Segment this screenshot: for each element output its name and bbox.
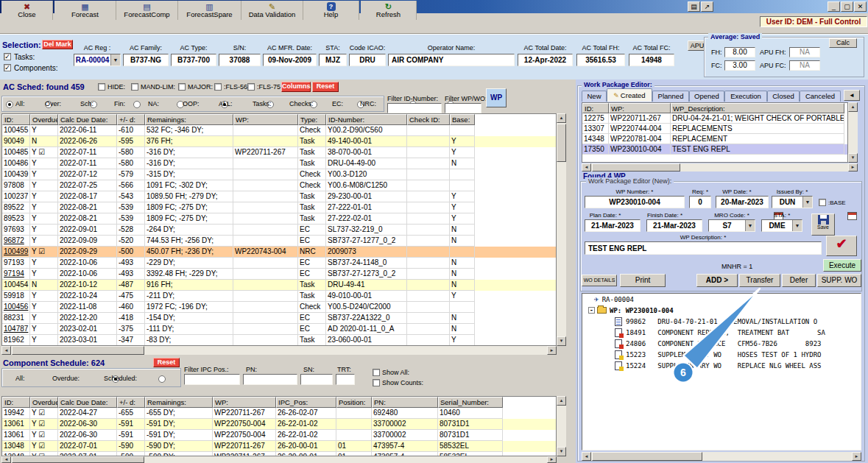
column-header[interactable]: Overdue: [30, 397, 58, 408]
table-row[interactable]: 13061Y ☑2022-06-30-591-591 DY;WP220750-0… [2, 430, 556, 441]
column-header[interactable]: Type: [298, 114, 326, 125]
table-row[interactable]: 88231Y2022-12-20-418-154 DY;ECSB737-22A1… [2, 313, 556, 324]
forecastspare-button[interactable]: ▥ ForecastSpare [178, 1, 241, 20]
maximize-button[interactable]: ▢ [841, 1, 853, 12]
reset-ac-button[interactable]: Reset [312, 82, 339, 92]
titlebar-tool-button-1[interactable]: ▤ [688, 1, 700, 12]
scroll-thumb[interactable] [12, 456, 144, 463]
table-row[interactable]: 90049N2022-06-26-595376 FH;Task49-140-00… [2, 136, 556, 147]
column-header[interactable]: ID: [582, 103, 609, 113]
calc-button[interactable]: Calc [829, 38, 857, 48]
table-row[interactable]: 100454N2022-10-12-487916 FH;TaskDRU-49-4… [2, 280, 556, 291]
columns-button[interactable]: Columns [281, 82, 311, 92]
column-header[interactable]: Base: [450, 114, 475, 125]
table-row[interactable]: 96872Y2022-09-09-520744.53 FH; -256 DY;E… [2, 236, 556, 247]
table-row[interactable]: 100486Y2022-07-11-580-316 DY;TaskDRU-04-… [2, 158, 556, 169]
reset-component-button[interactable]: Reset [153, 358, 180, 367]
tab-opened[interactable]: Opened [689, 91, 724, 102]
wp-button[interactable]: WP [486, 88, 507, 107]
tab-canceled[interactable]: Canceled [800, 91, 841, 102]
tab-closed[interactable]: Closed [767, 91, 800, 102]
scroll-thumb[interactable] [12, 346, 144, 355]
dropdown-arrow-icon[interactable]: ▼ [745, 220, 755, 231]
column-header[interactable]: Remainings: [145, 114, 233, 125]
column-header[interactable]: WP: [213, 397, 276, 408]
table-row[interactable]: 81962Y2023-03-01-347-83 DY;Task23-060-00… [2, 335, 556, 346]
panel-collapse-button[interactable]: ◄ [844, 90, 860, 101]
column-header[interactable]: ID-Number: [326, 114, 407, 125]
major-checkbox[interactable] [178, 83, 186, 91]
defer-button[interactable]: Defer [782, 274, 816, 287]
column-header[interactable]: IPC_Pos: [276, 397, 336, 408]
scroll-right-icon[interactable]: ► [852, 452, 861, 461]
column-header[interactable]: +/- d: [117, 114, 145, 125]
wp-list-vscrollbar[interactable]: ▲ ▼ [848, 102, 858, 163]
table-row[interactable]: 97193Y2022-10-06-493-229 DY;ECSB737-24-1… [2, 258, 556, 269]
close-window-button[interactable]: ✕ [854, 1, 867, 12]
scroll-right-icon[interactable]: ► [547, 346, 557, 355]
table-row[interactable]: 13061Y ☑2022-06-30-591-591 DY;WP220750-0… [2, 419, 556, 430]
dropdown-arrow-icon[interactable]: ▼ [792, 220, 802, 231]
column-header[interactable]: WP_Description: [671, 103, 844, 113]
wp-date-field[interactable]: 20-Mar-2023 [716, 196, 769, 208]
table-row[interactable]: 100456Y2022-11-08-4601972 FC; -196 DY;Ch… [2, 302, 556, 313]
dropdown-arrow-icon[interactable]: ▼ [110, 54, 120, 66]
column-header[interactable]: Remainings: [145, 397, 213, 408]
base-checkbox[interactable] [819, 199, 826, 206]
scroll-left-icon[interactable]: ◄ [1, 456, 11, 463]
mand-lim-checkbox[interactable] [131, 83, 138, 91]
filter-sn-input[interactable] [300, 374, 333, 385]
scroll-down-icon[interactable]: ▼ [848, 153, 858, 163]
transfer-button[interactable]: Transfer [739, 274, 780, 287]
add-button[interactable]: ADD > [696, 274, 738, 287]
table-row[interactable]: 100237Y2022-08-17-5431089.50 FH; -279 DY… [2, 191, 556, 202]
scroll-up-icon[interactable]: ▲ [848, 102, 858, 112]
fls-75-checkbox[interactable] [247, 83, 255, 91]
forecast-button[interactable]: ▦ Forecast [54, 1, 116, 20]
scroll-thumb[interactable] [592, 163, 680, 172]
table-row[interactable]: 89522Y2022-08-21-5391809 FC; -275 DY;Tas… [2, 202, 556, 213]
scroll-up-icon[interactable]: ▲ [557, 396, 566, 406]
column-header[interactable]: Check ID: [407, 114, 450, 125]
tree-hscrollbar[interactable]: ◄ ► [582, 452, 861, 461]
filter-pn-input[interactable] [243, 374, 297, 385]
scroll-left-icon[interactable]: ◄ [1, 346, 11, 355]
fls-56-checkbox[interactable] [214, 83, 222, 91]
issued-by-combo[interactable]: DUN ▼ [772, 196, 813, 208]
tree-item[interactable]: 15224 SUPPLEMENTARY WO REPLACE NLG WHEEL… [615, 360, 861, 371]
wp-list-hscrollbar[interactable]: ◄ ► [582, 163, 858, 172]
component-hscrollbar[interactable]: ◄ ► [1, 456, 557, 463]
column-header[interactable]: ID: [2, 397, 30, 408]
table-row[interactable]: 13307WP220744-004REPLACEMENTS [582, 124, 847, 134]
scroll-right-icon[interactable]: ► [547, 456, 557, 463]
tree-item[interactable]: 99862 DRU-04-70-21-01 REMOVAL/INSTALLATI… [615, 316, 861, 327]
table-row[interactable]: 17350WP230010-004TEST ENG REPL [582, 144, 847, 155]
confirm-button[interactable]: ✔ [826, 236, 857, 256]
column-header[interactable]: Serial_Number: [438, 397, 503, 408]
table-row[interactable]: 12275WP220711-267DRU-04-24-21-01; WEIGHT… [582, 113, 847, 124]
minimize-button[interactable]: _ [828, 1, 840, 12]
show-counts-checkbox[interactable] [373, 379, 380, 386]
table-row[interactable]: 100485Y ☑2022-07-11-580-316 DY;WP220711-… [2, 147, 556, 158]
plan-date-field[interactable]: 21-Mar-2023 [585, 219, 641, 232]
scroll-down-icon[interactable]: ▼ [557, 336, 566, 346]
column-header[interactable]: PN: [372, 397, 438, 408]
tree-item[interactable]: 18491 COMPONENT REPLACE, TREATMENT BAT S… [615, 327, 861, 338]
ac-sched-vscrollbar[interactable]: ▲ ▼ [557, 113, 566, 346]
tasks-checkbox[interactable]: ✓ [4, 53, 11, 60]
table-row[interactable]: 97808Y2022-07-25-5661091 FC; -302 DY;Che… [2, 180, 556, 191]
column-header[interactable]: Calc Due Date: [58, 114, 117, 125]
wo-details-button[interactable]: WO DETAILS [582, 275, 617, 286]
save-button[interactable]: Save [811, 213, 835, 236]
wp-number-field[interactable]: WP230010-004 [585, 196, 685, 208]
scroll-down-icon[interactable]: ▼ [557, 447, 566, 456]
ac-reg-combo[interactable]: RA-00004 ▼ [74, 54, 121, 66]
table-row[interactable]: 14348WP220781-004REPLACEMENT [582, 134, 847, 144]
forecastcomp-button[interactable]: ▤ ForecastComp [116, 1, 178, 20]
component-vscrollbar[interactable]: ▲ ▼ [557, 396, 566, 456]
finish-date-field[interactable]: 21-Mar-2023 [646, 219, 702, 232]
scroll-thumb[interactable] [592, 452, 702, 461]
collapse-icon[interactable]: - [588, 307, 595, 314]
hide-checkbox[interactable] [98, 83, 105, 91]
scroll-right-icon[interactable]: ► [848, 163, 858, 172]
